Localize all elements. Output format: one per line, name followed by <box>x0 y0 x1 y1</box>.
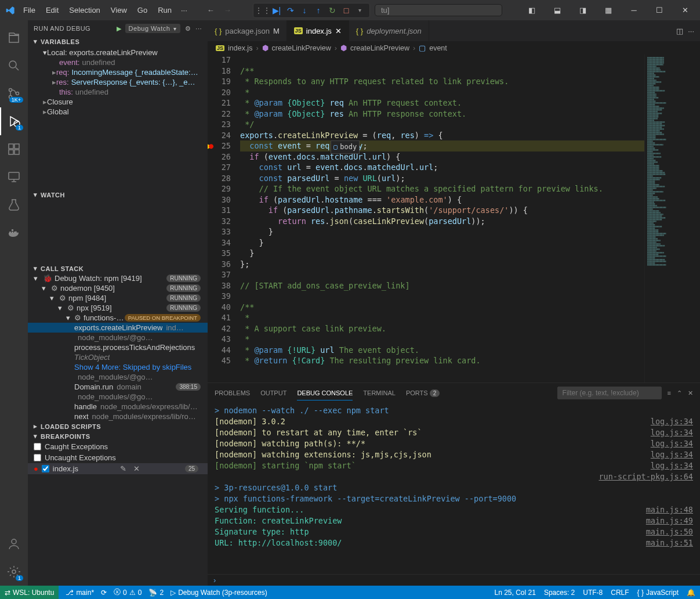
tab-output[interactable]: OUTPUT <box>260 386 286 400</box>
menu-selection[interactable]: Selection <box>64 3 104 17</box>
variable-row[interactable]: event: undefined <box>28 57 208 67</box>
console-source-link[interactable]: main.js:50 <box>646 526 693 537</box>
settings-icon[interactable]: 1 <box>0 558 28 586</box>
window-maximize-icon[interactable]: ☐ <box>647 1 672 20</box>
console-source-link[interactable]: main.js:51 <box>646 537 693 549</box>
window-minimize-icon[interactable]: ─ <box>621 1 647 20</box>
status-bell-icon[interactable]: 🔔 <box>687 589 695 597</box>
split-editor-icon[interactable]: ◫ <box>676 27 683 35</box>
tab-ports[interactable]: PORTS 2 <box>406 386 443 400</box>
explorer-icon[interactable] <box>0 24 28 52</box>
callstack-row[interactable]: TickObject <box>28 352 208 362</box>
console-source-link[interactable]: log.js:34 <box>651 427 693 438</box>
docker-icon[interactable] <box>0 219 28 247</box>
status-spaces[interactable]: Spaces: 2 <box>544 589 575 597</box>
extensions-icon[interactable] <box>0 135 28 163</box>
restart-icon[interactable]: ↻ <box>327 5 338 16</box>
step-into-icon[interactable]: ↓ <box>299 5 310 16</box>
editor-tab[interactable]: { }package.jsonM <box>208 20 287 41</box>
source-control-icon[interactable]: 1K+ <box>0 80 28 107</box>
callstack-row[interactable]: node_modules/@go… <box>28 333 208 342</box>
remote-explorer-icon[interactable] <box>0 163 28 191</box>
callstack-row[interactable]: node_modules/@go… <box>28 372 208 382</box>
tab-debug-console[interactable]: DEBUG CONSOLE <box>297 386 353 400</box>
editor-tab[interactable]: JSindex.js✕ <box>287 20 349 41</box>
status-sync[interactable]: ⟳ <box>101 589 107 597</box>
callstack-row[interactable]: Domain.rundomain388:15 <box>28 382 208 392</box>
status-encoding[interactable]: UTF-8 <box>583 589 603 597</box>
callstack-row[interactable]: node_modules/@go… <box>28 392 208 402</box>
status-debug[interactable]: ▷ Debug Watch (3p-resources) <box>171 589 267 597</box>
status-remote[interactable]: ⇄WSL: Ubuntu <box>0 586 59 599</box>
start-debug-icon[interactable]: ▶ <box>117 25 122 33</box>
variable-row[interactable]: ▸ res: ServerResponse {_events: {…}, _e… <box>28 77 208 87</box>
code-editor[interactable]: 1718192021222324▶●2526272829303132333435… <box>208 55 700 383</box>
debug-console-output[interactable]: > nodemon --watch ./ --exec npm start[no… <box>208 403 700 574</box>
accounts-icon[interactable] <box>0 530 28 558</box>
bp-caught[interactable]: Caught Exceptions <box>28 441 208 452</box>
tab-problems[interactable]: PROBLEMS <box>215 386 250 400</box>
more-icon[interactable]: ··· <box>195 25 202 32</box>
drag-handle-icon[interactable]: ⋮⋮ <box>257 5 269 16</box>
callstack-row[interactable]: process.processTicksAndRejections <box>28 342 208 352</box>
console-source-link[interactable]: log.js:34 <box>651 416 693 427</box>
status-position[interactable]: Ln 25, Col 21 <box>495 589 536 597</box>
callstack-row[interactable]: ▾⚙npm [9484]RUNNING <box>28 293 208 303</box>
menu-edit[interactable]: Edit <box>41 3 63 17</box>
close-panel-icon[interactable]: ✕ <box>688 389 693 397</box>
status-errors[interactable]: ⓧ 0 ⚠ 0 <box>114 587 142 597</box>
layout-left-icon[interactable]: ◧ <box>519 1 545 20</box>
menu-file[interactable]: File <box>19 3 40 17</box>
callstack-row[interactable]: ▾🐞Debug Watch: npm [9419]RUNNING <box>28 273 208 283</box>
nav-back-icon[interactable]: ← <box>202 6 219 15</box>
callstack-row[interactable]: ▾⚙nodemon [9450]RUNNING <box>28 283 208 293</box>
menu-overflow[interactable]: ··· <box>176 3 192 17</box>
collapse-panel-icon[interactable]: ⌃ <box>677 389 682 397</box>
window-close-icon[interactable]: ✕ <box>672 1 698 20</box>
command-center[interactable]: tu] <box>375 4 502 16</box>
status-language[interactable]: { } JavaScript <box>637 589 679 597</box>
scope-local[interactable]: ▾ Local: exports.createLinkPreview <box>28 48 208 57</box>
run-debug-icon[interactable]: 1 <box>0 107 28 135</box>
console-source-link[interactable]: log.js:34 <box>651 449 693 460</box>
menu-view[interactable]: View <box>106 3 132 17</box>
section-breakpoints[interactable]: ▾BREAKPOINTS <box>28 431 208 441</box>
layout-bottom-icon[interactable]: ⬓ <box>545 1 570 20</box>
section-watch[interactable]: ▾WATCH <box>28 190 208 200</box>
status-ports[interactable]: 📡 2 <box>148 589 164 597</box>
tab-terminal[interactable]: TERMINAL <box>363 386 396 400</box>
debug-console-input[interactable]: › <box>208 574 700 586</box>
launch-config-dropdown[interactable]: Debug Watch ▾ <box>125 24 180 33</box>
layout-right-icon[interactable]: ◨ <box>570 1 596 20</box>
callstack-skipped[interactable]: Show 4 More: Skipped by skipFiles <box>28 362 208 372</box>
scope-global[interactable]: ▸ Global <box>28 107 208 117</box>
status-eol[interactable]: CRLF <box>611 589 629 597</box>
filter-icon[interactable]: ≡ <box>668 389 671 396</box>
callstack-row[interactable]: ▾⚙functions-fra…PAUSED ON BREAKPOINT <box>28 313 208 323</box>
nav-forward-icon[interactable]: → <box>219 6 236 15</box>
bp-uncaught[interactable]: Uncaught Exceptions <box>28 452 208 463</box>
callstack-row[interactable]: handlenode_modules/express/lib/… <box>28 402 208 412</box>
section-variables[interactable]: ▾VARIABLES <box>28 37 208 46</box>
step-over-icon[interactable]: ↷ <box>285 5 296 16</box>
callstack-row[interactable]: exports.createLinkPreviewind… <box>28 323 208 333</box>
console-source-link[interactable]: main.js:49 <box>646 515 693 526</box>
console-source-link[interactable]: main.js:48 <box>646 504 693 515</box>
menu-go[interactable]: Go <box>133 3 152 17</box>
gear-icon[interactable]: ⚙ <box>185 25 191 33</box>
editor-tab[interactable]: { }deployment.json <box>349 20 429 41</box>
stop-icon[interactable]: □ <box>340 5 352 16</box>
section-callstack[interactable]: ▾CALL STACK <box>28 264 208 273</box>
menu-run[interactable]: Run <box>153 3 176 17</box>
variable-row[interactable]: this: undefined <box>28 87 208 97</box>
console-source-link[interactable]: run-script-pkg.js:64 <box>599 471 693 482</box>
variable-row[interactable]: ▸ req: IncomingMessage {_readableState:… <box>28 67 208 77</box>
breadcrumb[interactable]: JS index.js› ⬢createLinkPreview› ⬢create… <box>208 41 700 55</box>
section-loaded-scripts[interactable]: ▸LOADED SCRIPTS <box>28 421 208 431</box>
callstack-row[interactable]: nextnode_modules/express/lib/ro… <box>28 412 208 421</box>
callstack-row[interactable]: ▾⚙npx [9519]RUNNING <box>28 303 208 313</box>
close-tab-icon[interactable]: ✕ <box>335 27 342 35</box>
testing-icon[interactable] <box>0 191 28 219</box>
intellisense-popup[interactable]: ▢body <box>331 140 360 154</box>
layout-customize-icon[interactable]: ▦ <box>596 1 621 20</box>
